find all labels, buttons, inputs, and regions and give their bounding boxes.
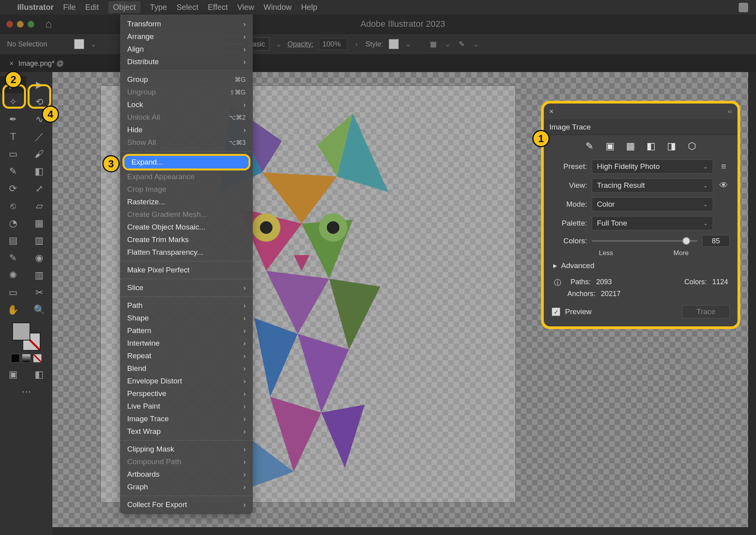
menu-item-shape[interactable]: Shape› (120, 312, 253, 324)
fill-swatch[interactable] (74, 39, 84, 49)
colors-value[interactable]: 85 (702, 235, 730, 247)
fill-stroke-indicator[interactable] (12, 322, 41, 351)
rectangle-tool[interactable]: ▭ (0, 145, 26, 163)
view-eye-icon[interactable]: 👁 (718, 180, 730, 191)
panel-close-icon[interactable]: × (549, 107, 554, 116)
align-dd[interactable]: ⌄ (444, 41, 451, 48)
menu-item-clipping-mask[interactable]: Clipping Mask› (120, 443, 253, 455)
preview-checkbox[interactable]: ✓ (552, 307, 560, 316)
menu-item-envelope-distort[interactable]: Envelope Distort› (120, 375, 253, 387)
preset-select[interactable]: High Fidelity Photo⌄ (592, 159, 713, 174)
menu-select[interactable]: Select (176, 3, 198, 12)
line-tool[interactable]: ／ (26, 128, 53, 145)
color-mode-icon[interactable] (11, 354, 20, 363)
close-tab-icon[interactable]: × (9, 59, 14, 68)
menu-item-flatten-transparency[interactable]: Flatten Transparency... (120, 246, 253, 259)
hand-tool[interactable]: ✋ (0, 301, 26, 318)
horizontal-scrollbar[interactable] (52, 527, 748, 535)
menu-item-make-pixel-perfect[interactable]: Make Pixel Perfect (120, 264, 253, 276)
mode-select[interactable]: Color⌄ (592, 197, 713, 211)
fill-dropdown-icon[interactable]: ⌄ (90, 41, 97, 48)
preset-outline-icon[interactable]: ⬡ (686, 141, 698, 152)
preset-grayscale-icon[interactable]: ◧ (645, 141, 657, 152)
mesh-tool[interactable]: ▤ (0, 232, 26, 249)
minimize-window-icon[interactable] (17, 21, 24, 28)
menu-file[interactable]: File (63, 3, 76, 12)
palette-select[interactable]: Full Tone⌄ (592, 216, 713, 230)
menu-item-image-trace[interactable]: Image Trace› (120, 413, 253, 425)
width-tool[interactable]: ⎋ (0, 197, 26, 215)
panel-tab[interactable]: Image Trace (544, 119, 737, 135)
menu-item-path[interactable]: Path› (120, 299, 253, 312)
menu-object[interactable]: Object (108, 1, 141, 13)
preset-menu-icon[interactable]: ≡ (718, 161, 730, 172)
paintbrush-tool[interactable]: 🖌 (26, 145, 53, 163)
menu-item-create-trim-marks[interactable]: Create Trim Marks (120, 233, 253, 246)
menu-item-expand[interactable]: Expand... (124, 156, 248, 168)
menu-item-group[interactable]: Group⌘G (120, 73, 253, 86)
symbol-sprayer-tool[interactable]: ✺ (0, 267, 26, 284)
home-icon[interactable]: ⌂ (45, 18, 52, 30)
menu-item-slice[interactable]: Slice› (120, 281, 253, 294)
column-graph-tool[interactable]: ▥ (26, 267, 53, 284)
document-tab[interactable]: Image.png* @ (19, 59, 64, 68)
menu-view[interactable]: View (237, 3, 254, 12)
menu-item-rasterize[interactable]: Rasterize... (120, 196, 253, 208)
perspective-tool[interactable]: ▦ (26, 215, 53, 232)
stroke-dropdown-icon[interactable]: ⌄ (275, 41, 282, 48)
eyedropper-tool[interactable]: ✎ (0, 249, 26, 267)
shape-builder-tool[interactable]: ◔ (0, 215, 26, 232)
menu-item-lock[interactable]: Lock› (120, 98, 253, 111)
blend-tool[interactable]: ◉ (26, 249, 53, 267)
menu-help[interactable]: Help (301, 3, 317, 12)
preset-auto-icon[interactable]: ✎ (584, 141, 595, 152)
menu-window[interactable]: Window (264, 3, 292, 12)
eraser-tool[interactable]: ◧ (26, 163, 53, 180)
pen-tool[interactable]: ✒ (0, 111, 26, 128)
artboard-tool[interactable]: ▭ (0, 284, 26, 301)
advanced-toggle[interactable]: ▸ Advanced (544, 257, 737, 274)
type-tool[interactable]: T (0, 128, 26, 145)
shaper-tool[interactable]: ✎ (0, 163, 26, 180)
menu-item-pattern[interactable]: Pattern› (120, 324, 253, 337)
menu-item-artboards[interactable]: Artboards› (120, 468, 253, 481)
draw-mode-icon[interactable]: ◧ (26, 366, 53, 383)
screen-mode-icon[interactable]: ▣ (0, 366, 26, 383)
trace-button[interactable]: Trace (682, 305, 730, 318)
zoom-window-icon[interactable] (28, 21, 34, 28)
preset-photo-icon[interactable]: ▣ (604, 141, 616, 152)
menu-item-create-object-mosaic[interactable]: Create Object Mosaic... (120, 221, 253, 233)
edit-toolbar-icon[interactable]: ⋯ (0, 383, 52, 400)
menu-effect[interactable]: Effect (208, 3, 228, 12)
app-name[interactable]: Illustrator (17, 3, 54, 12)
rotate-tool[interactable]: ⟳ (0, 180, 26, 197)
menu-item-intertwine[interactable]: Intertwine› (120, 337, 253, 350)
zoom-tool[interactable]: 🔍 (26, 301, 53, 318)
menu-item-distribute[interactable]: Distribute› (120, 56, 253, 68)
menu-item-hide[interactable]: Hide› (120, 124, 253, 136)
panel-collapse-icon[interactable]: ‹‹ (728, 108, 732, 115)
menu-item-arrange[interactable]: Arrange› (120, 30, 253, 43)
transform-icon[interactable]: ✎ (456, 39, 467, 49)
menu-item-repeat[interactable]: Repeat› (120, 350, 253, 362)
menu-item-perspective[interactable]: Perspective› (120, 387, 253, 400)
style-swatch[interactable] (389, 39, 399, 49)
menu-item-align[interactable]: Align› (120, 43, 253, 56)
menu-edit[interactable]: Edit (85, 3, 98, 12)
colors-slider[interactable] (592, 240, 697, 242)
scale-tool[interactable]: ⤢ (26, 180, 53, 197)
gradient-mode-icon[interactable] (22, 354, 31, 363)
align-icon[interactable]: ▦ (428, 39, 438, 49)
menubar-right-icon[interactable] (739, 3, 748, 12)
menu-item-transform[interactable]: Transform› (120, 18, 253, 30)
free-transform-tool[interactable]: ▱ (26, 197, 53, 215)
preset-lowcolor-icon[interactable]: ▦ (624, 141, 636, 152)
none-mode-icon[interactable] (33, 354, 42, 363)
close-window-icon[interactable] (6, 21, 13, 28)
menu-item-text-wrap[interactable]: Text Wrap› (120, 425, 253, 438)
menu-item-blend[interactable]: Blend› (120, 362, 253, 375)
opacity-input[interactable]: 100% (319, 38, 347, 50)
menu-item-live-paint[interactable]: Live Paint› (120, 400, 253, 413)
menu-item-collect-for-export[interactable]: Collect For Export› (120, 498, 253, 511)
menu-item-graph[interactable]: Graph› (120, 481, 253, 493)
